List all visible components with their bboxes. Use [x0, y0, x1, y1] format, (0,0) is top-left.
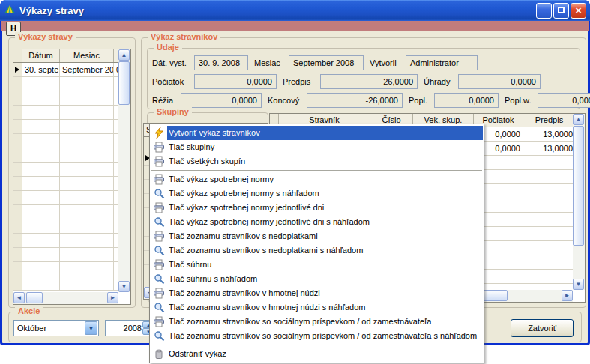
table-row[interactable] — [13, 106, 130, 120]
menu-item[interactable]: Tlač zoznamu stravníkov s nedoplatkami — [151, 229, 483, 243]
reports-table-hscrollbar[interactable]: ◄ ► — [13, 292, 118, 304]
field-value[interactable]: 30. 9. 2008 — [194, 55, 248, 70]
column-header[interactable]: Dátum — [22, 49, 60, 62]
menu-item[interactable]: Tlač skupiny — [151, 140, 483, 154]
menu-item[interactable]: Tlač výkaz spotrebnej normy — [151, 172, 483, 186]
table-row[interactable] — [13, 134, 130, 148]
menu-item[interactable]: Tlač výkaz spotrebnej normy jednotlivé d… — [151, 215, 483, 229]
scroll-right-button[interactable]: ► — [562, 290, 573, 301]
table-cell[interactable] — [523, 170, 576, 183]
table-cell[interactable] — [22, 91, 60, 105]
table-row[interactable] — [13, 91, 130, 106]
table-cell[interactable]: 13,0000 — [523, 142, 576, 155]
table-cell[interactable] — [60, 163, 114, 176]
table-row[interactable] — [13, 177, 130, 191]
table-row[interactable] — [13, 120, 130, 134]
table-row[interactable] — [13, 148, 130, 163]
scroll-down-button[interactable]: ▼ — [573, 279, 584, 290]
table-cell[interactable]: September 2008 — [60, 63, 114, 76]
table-cell[interactable] — [523, 156, 576, 169]
table-cell[interactable] — [60, 134, 114, 148]
field-value[interactable]: Administrator — [406, 55, 478, 70]
table-cell[interactable] — [60, 120, 114, 133]
reports-table-vscrollbar[interactable]: ▲ ▼ — [118, 49, 130, 292]
menu-item[interactable]: Vytvoriť výkaz stravníkov — [151, 126, 483, 140]
table-cell[interactable] — [523, 241, 576, 255]
table-cell[interactable] — [22, 262, 60, 276]
table-cell[interactable] — [22, 163, 60, 176]
month-select[interactable]: Október ▼ — [13, 320, 99, 336]
field-value[interactable]: 0,0000 — [538, 93, 590, 108]
table-cell[interactable] — [22, 120, 60, 133]
reports-table[interactable]: DátumMesiacF30. septeSeptember 20080 ▲ ▼… — [13, 49, 131, 305]
table-cell[interactable] — [60, 276, 114, 290]
scroll-thumb[interactable] — [118, 61, 130, 105]
scroll-left-button[interactable]: ◄ — [13, 292, 25, 303]
table-cell[interactable] — [60, 148, 114, 162]
menu-item[interactable]: Tlač všetkých skupín — [151, 154, 483, 169]
menu-item[interactable]: Tlač súhrnu s náhľadom — [151, 272, 483, 286]
table-row[interactable] — [13, 262, 130, 276]
table-row[interactable] — [13, 219, 130, 234]
chevron-down-icon[interactable]: ▼ — [85, 321, 97, 335]
field-value[interactable]: -26,0000 — [307, 93, 403, 108]
menu-item[interactable]: Tlač súhrnu — [151, 258, 483, 272]
maximize-button[interactable] — [553, 3, 569, 19]
close-button[interactable]: ✕ — [571, 3, 586, 19]
table-cell[interactable] — [22, 219, 60, 233]
scroll-right-button[interactable]: ► — [107, 292, 118, 303]
table-row[interactable] — [13, 205, 130, 219]
field-value[interactable]: 0,0000 — [181, 93, 262, 108]
table-cell[interactable] — [22, 177, 60, 190]
table-cell[interactable] — [523, 198, 576, 212]
scroll-up-button[interactable]: ▲ — [573, 114, 584, 125]
table-cell[interactable] — [22, 106, 60, 119]
table-cell[interactable] — [60, 234, 114, 247]
menu-item[interactable]: Tlač zoznamu stravníkov v hmotnej núdzi … — [151, 300, 483, 315]
field-value[interactable]: 0,0000 — [458, 74, 541, 89]
scroll-up-button[interactable]: ▲ — [118, 49, 130, 61]
table-cell[interactable] — [22, 134, 60, 148]
table-cell[interactable] — [60, 262, 114, 276]
table-cell[interactable] — [523, 255, 576, 269]
table-cell[interactable] — [60, 77, 114, 91]
table-cell[interactable] — [22, 191, 60, 204]
title-bar[interactable]: Výkazy stravy _ ✕ — [0, 0, 590, 21]
table-cell[interactable] — [22, 77, 60, 91]
table-cell[interactable] — [60, 91, 114, 105]
stravnik-table-vscrollbar[interactable]: ▲ ▼ — [573, 114, 585, 290]
table-cell[interactable] — [22, 148, 60, 162]
field-value[interactable]: September 2008 — [289, 55, 364, 70]
table-cell[interactable] — [523, 270, 576, 283]
table-cell[interactable] — [523, 184, 576, 198]
menu-item[interactable]: Tlač zoznamu stravníkov s nedoplatkami s… — [151, 243, 483, 258]
scroll-thumb[interactable] — [573, 126, 584, 246]
field-value[interactable]: 0,0000 — [194, 74, 277, 89]
menu-item[interactable]: Tlač výkaz spotrebnej normy s náhľadom — [151, 186, 483, 201]
menu-item[interactable]: Tlač zoznamu stravníkov so sociálnym prí… — [151, 315, 483, 329]
menu-item[interactable]: Tlač výkaz spotrebnej normy jednotlivé d… — [151, 201, 483, 215]
table-row[interactable] — [13, 191, 130, 205]
table-row[interactable] — [13, 276, 130, 291]
table-cell[interactable] — [60, 106, 114, 119]
table-row[interactable] — [13, 248, 130, 262]
field-value[interactable]: 0,0000 — [434, 93, 499, 108]
table-cell[interactable]: 30. septe — [22, 63, 60, 76]
minimize-button[interactable]: _ — [536, 3, 552, 19]
scroll-down-button[interactable]: ▼ — [118, 281, 130, 292]
table-row[interactable] — [13, 163, 130, 177]
close-form-button[interactable]: Zatvoriť — [511, 319, 574, 337]
table-cell[interactable] — [22, 234, 60, 247]
table-row[interactable] — [13, 234, 130, 248]
menu-item[interactable]: Odstrániť výkaz — [151, 347, 483, 361]
table-cell[interactable] — [60, 219, 114, 233]
column-header[interactable]: Mesiac — [60, 49, 114, 62]
table-cell[interactable] — [60, 177, 114, 190]
table-cell[interactable] — [22, 248, 60, 261]
table-cell[interactable] — [60, 191, 114, 204]
menu-item[interactable]: Tlač zoznamu stravníkov v hmotnej núdzi — [151, 286, 483, 300]
table-cell[interactable] — [22, 276, 60, 290]
table-cell[interactable] — [60, 248, 114, 261]
menu-item[interactable]: Tlač zoznamu stravníkov so sociálnym prí… — [151, 329, 483, 343]
field-value[interactable]: 26,0000 — [320, 74, 418, 89]
